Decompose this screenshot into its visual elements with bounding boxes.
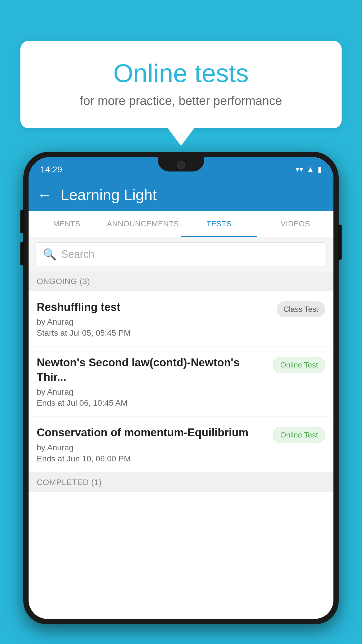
front-camera bbox=[177, 161, 185, 169]
power-button[interactable] bbox=[338, 225, 342, 260]
wifi-icon: ▾▾ bbox=[296, 165, 303, 174]
test-title-reshuffling: Reshuffling test bbox=[37, 300, 272, 314]
app-title: Learning Light bbox=[61, 186, 157, 204]
app-header: ← Learning Light bbox=[29, 179, 333, 211]
test-by-conservation: by Anurag bbox=[37, 443, 268, 452]
test-badge-reshuffling: Class Test bbox=[277, 301, 325, 317]
test-item-reshuffling[interactable]: Reshuffling test by Anurag Starts at Jul… bbox=[29, 291, 333, 347]
speech-bubble-arrow bbox=[168, 128, 194, 146]
tabs-bar: MENTS ANNOUNCEMENTS TESTS VIDEOS bbox=[29, 211, 333, 237]
test-by-newton: by Anurag bbox=[37, 387, 268, 397]
phone-screen: 14:29 ▾▾ ▲ ▮ ← Learning Light MENTS ANNO… bbox=[29, 157, 333, 619]
tab-ments[interactable]: MENTS bbox=[29, 211, 105, 237]
test-badge-newton: Online Test bbox=[273, 357, 325, 373]
phone-notch bbox=[158, 157, 204, 172]
volume-down-button[interactable] bbox=[20, 242, 24, 265]
phone-frame: 14:29 ▾▾ ▲ ▮ ← Learning Light MENTS ANNO… bbox=[23, 152, 339, 624]
test-badge-conservation: Online Test bbox=[273, 427, 325, 443]
speech-bubble-subtitle: for more practice, better performance bbox=[44, 94, 318, 108]
search-container: 🔍 Search bbox=[29, 237, 333, 272]
tab-tests[interactable]: TESTS bbox=[181, 211, 257, 237]
battery-icon: ▮ bbox=[318, 165, 322, 174]
ongoing-label: ONGOING (3) bbox=[37, 277, 90, 286]
test-title-conservation: Conservation of momentum-Equilibrium bbox=[37, 426, 268, 440]
phone-container: 14:29 ▾▾ ▲ ▮ ← Learning Light MENTS ANNO… bbox=[23, 152, 339, 644]
test-item-conservation[interactable]: Conservation of momentum-Equilibrium by … bbox=[29, 417, 333, 472]
speech-bubble-title: Online tests bbox=[44, 58, 318, 88]
test-content-conservation: Conservation of momentum-Equilibrium by … bbox=[37, 426, 268, 463]
ongoing-section-header: ONGOING (3) bbox=[29, 272, 333, 291]
test-item-newton[interactable]: Newton's Second law(contd)-Newton's Thir… bbox=[29, 347, 333, 417]
search-input[interactable]: Search bbox=[61, 248, 94, 260]
completed-section-header: COMPLETED (1) bbox=[29, 473, 333, 492]
test-content-reshuffling: Reshuffling test by Anurag Starts at Jul… bbox=[37, 300, 272, 338]
status-time: 14:29 bbox=[40, 164, 62, 174]
signal-icon: ▲ bbox=[307, 165, 314, 174]
search-box[interactable]: 🔍 Search bbox=[36, 242, 326, 266]
test-date-conservation: Ends at Jun 10, 06:00 PM bbox=[37, 454, 268, 463]
tab-announcements[interactable]: ANNOUNCEMENTS bbox=[105, 211, 181, 237]
speech-bubble: Online tests for more practice, better p… bbox=[20, 41, 342, 128]
test-title-newton: Newton's Second law(contd)-Newton's Thir… bbox=[37, 356, 268, 384]
back-button[interactable]: ← bbox=[37, 186, 52, 203]
test-content-newton: Newton's Second law(contd)-Newton's Thir… bbox=[37, 356, 268, 408]
speech-bubble-section: Online tests for more practice, better p… bbox=[20, 41, 342, 146]
test-date-newton: Ends at Jul 06, 10:45 AM bbox=[37, 398, 268, 408]
test-date-reshuffling: Starts at Jul 05, 05:45 PM bbox=[37, 328, 272, 338]
volume-up-button[interactable] bbox=[20, 210, 24, 233]
search-icon: 🔍 bbox=[43, 248, 57, 261]
completed-label: COMPLETED (1) bbox=[37, 478, 102, 487]
test-by-reshuffling: by Anurag bbox=[37, 317, 272, 327]
tab-videos[interactable]: VIDEOS bbox=[257, 211, 334, 237]
status-icons: ▾▾ ▲ ▮ bbox=[296, 165, 322, 174]
